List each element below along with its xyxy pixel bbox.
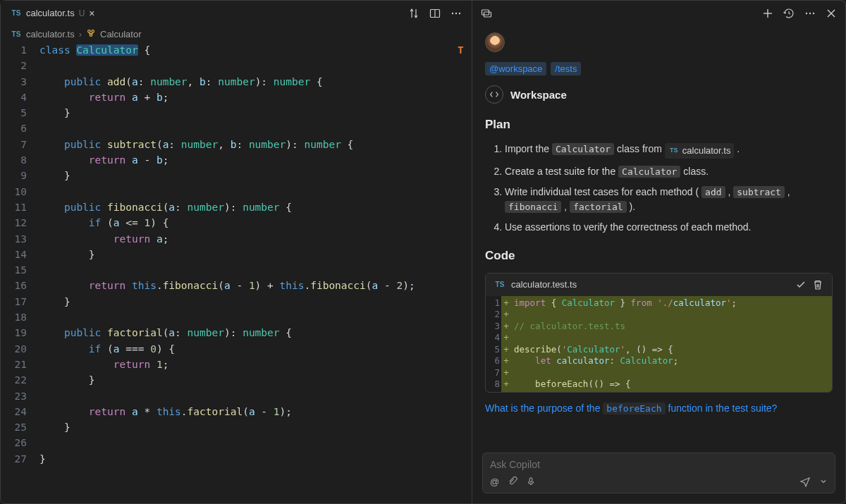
plan-item: Write individual test cases for each met… <box>505 185 833 214</box>
chat-input[interactable] <box>490 459 828 470</box>
svg-point-2 <box>452 12 453 13</box>
svg-point-14 <box>813 12 814 13</box>
avatar <box>485 32 505 52</box>
trash-icon[interactable] <box>812 279 823 290</box>
more-icon[interactable] <box>450 8 462 19</box>
class-icon <box>86 28 96 40</box>
chip-workspace[interactable]: @workspace <box>485 62 546 75</box>
compare-icon[interactable] <box>408 8 419 19</box>
plan-title: Plan <box>485 118 833 132</box>
plan-list: Import the Calculator class from TScalcu… <box>485 142 833 235</box>
breadcrumb-file: calculator.ts <box>26 29 75 39</box>
svg-point-6 <box>92 30 94 32</box>
breadcrumb[interactable]: TS calculator.ts › Calculator <box>1 25 472 42</box>
split-editor-icon[interactable] <box>429 8 441 19</box>
svg-point-13 <box>809 12 811 13</box>
tab-status: U <box>79 8 85 18</box>
svg-point-5 <box>88 30 91 32</box>
apply-icon[interactable] <box>795 279 807 290</box>
suggestion-link[interactable]: What is the purpose of the beforeEach fu… <box>485 402 833 414</box>
typescript-icon: TS <box>11 28 22 39</box>
typescript-icon: TS <box>668 145 680 156</box>
file-pill[interactable]: TScalculator.ts <box>665 143 735 159</box>
editor-pane: TS calculator.ts U × TS calculator.ts › … <box>0 0 472 504</box>
plan-item: Create a test suite for the Calculator c… <box>505 164 833 179</box>
breadcrumb-class: Calculator <box>100 29 142 39</box>
agent-label: Workspace <box>510 89 567 101</box>
tab-filename: calculator.ts <box>26 8 75 18</box>
chat-body: @workspace /tests Workspace Plan Import … <box>472 25 845 448</box>
chat-input-wrap: @ <box>482 453 835 493</box>
chat-context-chips: @workspace /tests <box>485 62 833 75</box>
more-icon[interactable] <box>804 8 816 19</box>
code-block-filename: calculator.test.ts <box>511 279 577 290</box>
agent-row: Workspace <box>485 85 833 104</box>
text-cursor-icon: T <box>458 42 467 52</box>
chat-header <box>472 1 845 25</box>
code-block-header: TS calculator.test.ts <box>486 273 832 296</box>
tab-calculator[interactable]: TS calculator.ts U × <box>4 1 102 25</box>
chevron-down-icon[interactable] <box>819 477 828 486</box>
line-gutter: 1234567891011121314151617181920212223242… <box>1 42 39 503</box>
svg-point-3 <box>455 12 457 13</box>
svg-rect-17 <box>529 478 532 482</box>
tab-actions <box>408 8 469 19</box>
typescript-icon: TS <box>11 8 22 19</box>
code-icon <box>485 85 503 104</box>
history-icon[interactable] <box>783 8 795 19</box>
code-block: TS calculator.test.ts 12345678 ++++++++ … <box>485 273 833 393</box>
tab-bar: TS calculator.ts U × <box>1 1 472 25</box>
code-content[interactable]: class Calculator { public add(a: number,… <box>39 42 472 503</box>
chevron-right-icon: › <box>79 29 82 39</box>
chat-pane: @workspace /tests Workspace Plan Import … <box>472 0 846 504</box>
code-editor[interactable]: T 12345678910111213141516171819202122232… <box>1 42 472 503</box>
chat-input-toolbar: @ <box>490 476 828 487</box>
new-chat-icon[interactable] <box>762 8 773 19</box>
code-block-body[interactable]: 12345678 ++++++++ import { Calculator } … <box>486 296 832 392</box>
mic-icon[interactable] <box>526 477 536 486</box>
svg-point-4 <box>459 12 460 13</box>
chip-tests[interactable]: /tests <box>551 62 581 75</box>
close-icon[interactable] <box>826 8 837 19</box>
send-icon[interactable] <box>799 476 811 487</box>
mention-icon[interactable]: @ <box>490 477 499 487</box>
attach-icon[interactable] <box>508 477 517 486</box>
svg-point-12 <box>806 12 807 13</box>
plan-item: Import the Calculator class from TScalcu… <box>505 142 833 159</box>
plan-item: Use assertions to verify the correctness… <box>505 220 833 235</box>
code-title: Code <box>485 249 833 263</box>
chat-icon[interactable] <box>481 8 492 19</box>
close-icon[interactable]: × <box>89 8 94 19</box>
typescript-icon: TS <box>494 279 505 290</box>
